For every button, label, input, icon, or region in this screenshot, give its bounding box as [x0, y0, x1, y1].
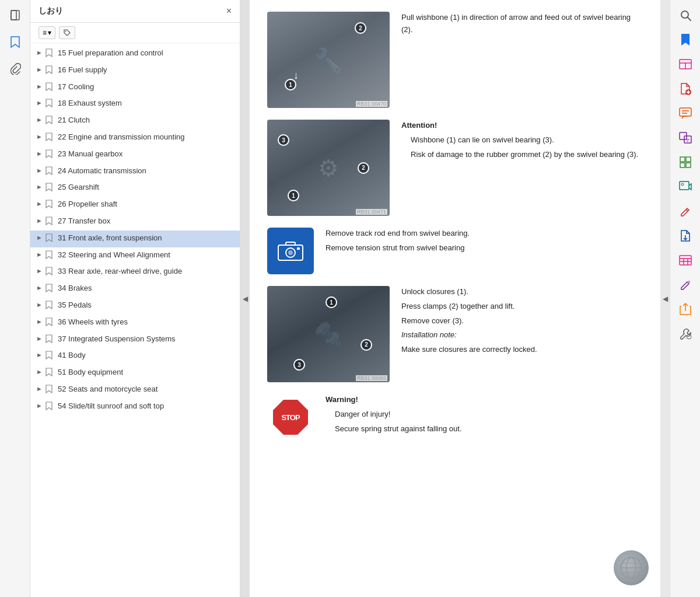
pages-icon[interactable]	[6, 6, 24, 25]
svg-line-31	[686, 210, 688, 211]
bookmark-item-item-32[interactable]: ► 32 Steering and Wheel Alignment	[30, 247, 240, 264]
attachment-icon[interactable]	[6, 60, 24, 78]
image-export-icon[interactable]	[675, 176, 696, 197]
bookmark-list: ► 15 Fuel preparation and control ► 16 F…	[30, 43, 240, 597]
svg-rect-29	[680, 181, 689, 190]
section-4-text: Unlock closures (1). Press clamps (2) to…	[401, 286, 643, 358]
chevron-icon: ►	[36, 284, 46, 292]
bookmark-item-icon	[46, 267, 55, 278]
bookmark-item-item-22[interactable]: ► 22 Engine and transmission mounting	[30, 130, 240, 146]
attention-title: Attention!	[401, 121, 437, 130]
bookmark-item-icon	[46, 284, 55, 295]
svg-rect-25	[680, 157, 685, 162]
chevron-icon: ►	[36, 301, 46, 309]
bookmark-item-item-52[interactable]: ► 52 Seats and motorcycle seat	[30, 382, 240, 399]
svg-rect-1	[11, 11, 16, 20]
chevron-icon: ►	[36, 351, 46, 359]
bookmark-item-icon	[46, 233, 55, 245]
close-button[interactable]: ×	[226, 6, 232, 16]
bookmark-item-item-54[interactable]: ► 54 Slide/tilt sunroof and soft top	[30, 399, 240, 416]
header-icons: ×	[226, 6, 232, 16]
bookmark-item-icon	[46, 385, 55, 396]
bookmark-item-item-33[interactable]: ► 33 Rear axle, rear-wheel drive, guide	[30, 264, 240, 281]
svg-rect-33	[680, 256, 691, 265]
chevron-icon: ►	[36, 233, 46, 242]
layout-icon[interactable]	[675, 54, 696, 75]
svg-rect-26	[686, 157, 691, 162]
bookmark-item-label: 18 Exhaust system	[58, 98, 234, 109]
add-doc-icon[interactable]	[675, 78, 696, 99]
bookmark-item-icon	[46, 166, 55, 178]
bookmark-item-item-35[interactable]: ► 35 Pedals	[30, 298, 240, 315]
bookmark-item-item-31[interactable]: ► 31 Front axle, front suspension	[30, 231, 240, 247]
export-icon[interactable]	[675, 299, 696, 320]
bookmark-nav-icon[interactable]	[6, 33, 24, 51]
bookmark-item-label: 41 Body	[58, 350, 234, 361]
pencil-icon[interactable]	[675, 201, 696, 222]
bookmark-item-label: 24 Automatic transmission	[58, 166, 234, 176]
table-icon[interactable]	[675, 250, 696, 271]
image-rb31-00065: 🔩 1 2 3 RB31 00065	[267, 286, 390, 382]
bookmark-item-item-26[interactable]: ► 26 Propeller shaft	[30, 197, 240, 214]
bookmark-item-label: 25 Gearshift	[58, 182, 234, 193]
bookmark-item-item-18[interactable]: ► 18 Exhaust system	[30, 96, 240, 113]
grid-icon[interactable]	[675, 152, 696, 173]
bookmark-toolbar: ≡ ▾	[30, 23, 240, 43]
svg-point-5	[288, 250, 293, 255]
search-icon[interactable]	[675, 5, 696, 26]
bookmark-item-icon	[46, 132, 55, 144]
bookmark-item-item-34[interactable]: ► 34 Brakes	[30, 281, 240, 298]
chevron-icon: ►	[36, 402, 46, 410]
bookmark-item-label: 31 Front axle, front suspension	[58, 233, 234, 243]
bookmark-item-label: 52 Seats and motorcycle seat	[58, 384, 234, 394]
bookmark-item-item-37[interactable]: ► 37 Integrated Suspension Systems	[30, 331, 240, 348]
bookmark-item-icon	[46, 149, 55, 161]
bookmark-item-item-21[interactable]: ► 21 Clutch	[30, 113, 240, 130]
chevron-icon: ►	[36, 250, 46, 259]
bookmark-item-label: 21 Clutch	[58, 115, 234, 125]
bookmark-item-icon	[46, 183, 55, 194]
bookmark-item-label: 23 Manual gearbox	[58, 149, 234, 159]
bookmark-item-icon	[46, 82, 55, 94]
content-section-5: STOP Warning! Danger of injury! Secure s…	[267, 394, 643, 441]
bookmark-item-label: 36 Wheels with tyres	[58, 317, 234, 327]
bookmark-item-item-16[interactable]: ► 16 Fuel supply	[30, 62, 240, 79]
chevron-icon: ►	[36, 368, 46, 376]
bookmark-item-icon	[46, 116, 55, 127]
bookmark-item-item-25[interactable]: ► 25 Gearshift	[30, 180, 240, 197]
content-section-2: ⚙ 3 2 1 RB31 00471 Attention! Wishbone (…	[267, 120, 643, 216]
file-download-icon[interactable]	[675, 225, 696, 246]
bookmark-item-item-51[interactable]: ► 51 Body equipment	[30, 365, 240, 382]
bookmark-item-icon	[46, 402, 55, 413]
bookmark-item-item-17[interactable]: ► 17 Cooling	[30, 79, 240, 96]
bookmark-item-item-41[interactable]: ► 41 Body	[30, 348, 240, 365]
chevron-icon: ►	[36, 267, 46, 275]
chevron-icon: ►	[36, 183, 46, 191]
comment-icon[interactable]	[675, 103, 696, 124]
bookmark-item-label: 54 Slide/tilt sunroof and soft top	[58, 401, 234, 411]
bookmark-item-item-36[interactable]: ► 36 Wheels with tyres	[30, 315, 240, 331]
translate-icon[interactable]	[675, 127, 696, 148]
bookmark-item-item-27[interactable]: ► 27 Transfer box	[30, 214, 240, 231]
bookmark-item-item-23[interactable]: ► 23 Manual gearbox	[30, 146, 240, 163]
chevron-icon: ►	[36, 116, 46, 124]
panel-collapse-left[interactable]: ◀	[240, 0, 250, 597]
list-view-button[interactable]: ≡ ▾	[38, 26, 55, 39]
section-1-text: Pull wishbone (1) in direction of arrow …	[401, 12, 643, 39]
chevron-icon: ►	[36, 317, 46, 326]
bookmark-item-item-15[interactable]: ► 15 Fuel preparation and control	[30, 46, 240, 62]
bookmark-tool-icon[interactable]	[675, 29, 696, 50]
bookmark-item-label: 32 Steering and Wheel Alignment	[58, 250, 234, 260]
bookmark-item-icon	[46, 334, 55, 346]
image-rb31-00471: ⚙ 3 2 1 RB31 00471	[267, 120, 390, 216]
bookmark-item-label: 37 Integrated Suspension Systems	[58, 334, 234, 344]
bookmark-item-icon	[46, 301, 55, 312]
svg-point-2	[65, 31, 66, 32]
bookmark-item-label: 15 Fuel preparation and control	[58, 48, 234, 58]
panel-collapse-right[interactable]: ◀	[660, 0, 670, 597]
tag-button[interactable]	[59, 26, 75, 39]
edit-icon[interactable]	[675, 274, 696, 295]
bookmark-item-item-24[interactable]: ► 24 Automatic transmission	[30, 163, 240, 180]
tools-icon[interactable]	[675, 323, 696, 344]
bookmark-item-icon	[46, 48, 55, 60]
